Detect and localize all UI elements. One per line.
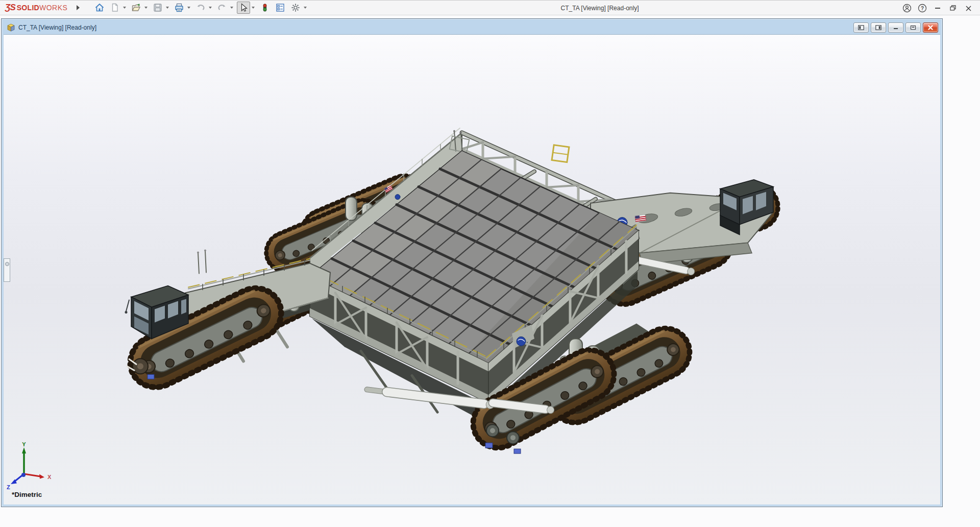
close-button[interactable] [961, 1, 976, 15]
options-caret[interactable] [302, 2, 308, 14]
print-icon [174, 3, 184, 13]
home-button[interactable] [93, 2, 106, 14]
new-document-button[interactable] [108, 2, 121, 14]
yellow-ladder-frame [552, 145, 569, 162]
doc-restore-button[interactable] [905, 22, 921, 33]
axis-y-label: Y [22, 442, 26, 447]
view-orientation-label: *Dimetric [12, 491, 42, 498]
document-titlebar[interactable]: CT_TA [Viewing] [Read-only] [4, 21, 940, 34]
doc-restore-icon [910, 25, 916, 30]
traffic-light-button[interactable] [258, 2, 272, 14]
axis-x-label: X [47, 474, 52, 480]
traffic-light-icon [260, 3, 270, 13]
menu-flyout-arrow-icon[interactable] [75, 3, 82, 12]
print-caret[interactable] [186, 2, 192, 14]
minimize-icon [935, 8, 940, 9]
new-document-caret[interactable] [121, 2, 128, 14]
featuremanager-collapsed-tab[interactable] [4, 258, 10, 282]
print-button[interactable] [173, 2, 186, 14]
document-window-controls [853, 22, 938, 33]
solidworks-logo: ƷS SOLID WORKS [5, 3, 67, 13]
quick-access-toolbar [93, 2, 310, 14]
minimize-button[interactable] [930, 1, 945, 15]
open-button[interactable] [130, 2, 143, 14]
document-window: CT_TA [Viewing] [Read-only] [1, 18, 943, 507]
nasa-meatball-decal [395, 195, 400, 200]
list-icon [275, 3, 285, 13]
doc-minimize-icon [893, 26, 898, 30]
document-title: CT_TA [Viewing] [Read-only] [18, 24, 96, 31]
viewport-canvas[interactable] [4, 35, 940, 505]
expand-panel-knob-icon[interactable] [5, 262, 9, 266]
help-icon: ? [918, 4, 927, 13]
save-floppy-icon [153, 3, 163, 13]
select-cursor-icon [238, 3, 249, 13]
axis-z-label: Z [7, 484, 10, 490]
doc-minimize-button[interactable] [888, 22, 903, 33]
doc-close-button[interactable] [923, 22, 938, 33]
pane-right-button[interactable] [871, 22, 886, 33]
help-button[interactable]: ? [915, 1, 930, 15]
new-document-icon [110, 3, 120, 13]
crawler-model [121, 128, 784, 457]
svg-text:?: ? [921, 6, 924, 11]
open-caret[interactable] [143, 2, 149, 14]
restore-icon [949, 4, 957, 12]
graphics-viewport[interactable]: Y X Z *Dimetric [4, 34, 940, 505]
redo-arrow-icon [217, 3, 227, 13]
save-caret[interactable] [164, 2, 170, 14]
reference-triad: Y X Z [4, 442, 55, 498]
close-icon [965, 5, 972, 12]
select-tool-caret[interactable] [250, 2, 256, 14]
assembly-document-icon [7, 23, 15, 32]
gear-icon [290, 3, 301, 13]
us-flag-decal [635, 214, 646, 222]
redo-caret[interactable] [229, 2, 235, 14]
cab-antennas [198, 251, 206, 274]
undo-arrow-icon [195, 3, 206, 13]
account-icon [902, 4, 912, 13]
app-title: CT_TA [Viewing] [Read-only] [561, 5, 639, 12]
pane-right-icon [875, 25, 881, 30]
brand-works: WORKS [39, 4, 67, 12]
undo-caret[interactable] [207, 2, 213, 14]
options-button[interactable] [289, 2, 302, 14]
evaluate-list-button[interactable] [274, 2, 287, 14]
open-folder-icon [131, 3, 141, 13]
pane-left-button[interactable] [853, 22, 869, 33]
app-titlebar: ƷS SOLID WORKS [0, 0, 980, 15]
save-button[interactable] [151, 2, 164, 14]
home-icon [94, 3, 105, 13]
redo-button[interactable] [215, 2, 229, 14]
ds-mark: ƷS [5, 3, 15, 13]
restore-button[interactable] [945, 1, 961, 15]
pane-left-icon [858, 25, 864, 30]
app-window-controls: ? [899, 1, 976, 16]
brand-solid: SOLID [17, 4, 39, 12]
undo-button[interactable] [194, 2, 207, 14]
doc-close-icon [927, 25, 934, 30]
select-tool-button[interactable] [237, 2, 250, 14]
account-button[interactable] [899, 1, 915, 15]
